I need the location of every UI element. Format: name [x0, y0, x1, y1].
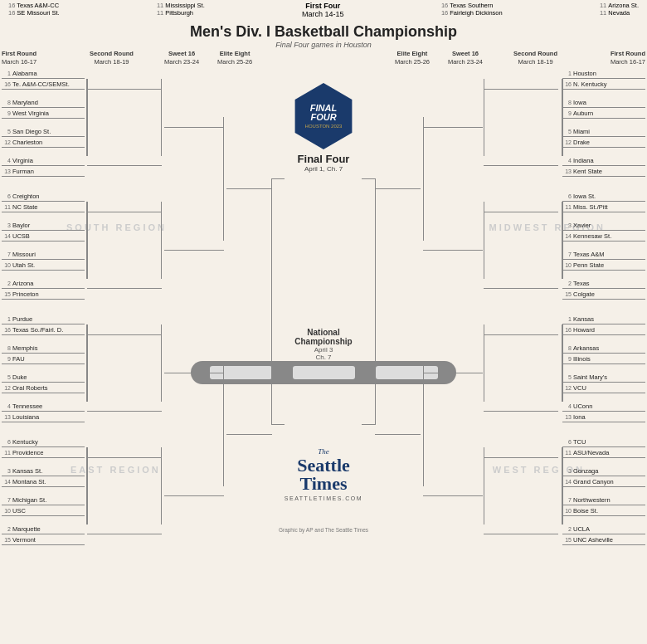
south-r1-6a: 3Baylor [2, 220, 85, 231]
ff-center-right: 16Texas Southern 16Fairleigh Dickinson [441, 2, 503, 17]
south-hconn-r2-1 [86, 79, 88, 156]
west-r1-7a: 7Northwestern [562, 495, 645, 505]
west-e8 [375, 424, 421, 435]
first-four-label: First Four March 14-15 [302, 2, 344, 18]
right-e8-hconn-top [362, 178, 376, 179]
rh-right-second: Second RoundMarch 18-19 [513, 50, 557, 66]
left-e8-hconn-top [271, 178, 285, 179]
west-s16-1 [423, 363, 483, 373]
ff-title-text: Final Four [249, 153, 398, 165]
mid-r2-3 [484, 202, 558, 212]
east-r1-8a: 2Marquette [2, 524, 85, 534]
national-championship-area: NationalChampionship April 3Ch. 7 [253, 328, 394, 361]
ff-seed-6: 16 [441, 9, 448, 17]
mid-hconn-1 [562, 79, 563, 156]
ff-name-1: Texas A&M-CC [17, 2, 59, 9]
east-e8 [226, 424, 272, 435]
ff-slot-2 [293, 366, 355, 379]
east-hconn-1 [86, 324, 88, 402]
east-r1-2b: 9FAU [2, 354, 85, 364]
east-hconn-2 [86, 447, 88, 524]
ff-team-5: 16Texas Southern [441, 2, 503, 9]
ff-name-4: Pittsburgh [165, 9, 193, 17]
ff-team-7: 11Arizona St. [600, 2, 639, 9]
mid-r2-4 [484, 278, 558, 289]
east-r2-2 [87, 401, 162, 412]
east-r2-3 [87, 447, 162, 458]
mid-r1-2b: 9Auburn [562, 108, 645, 119]
mid-s16-1 [423, 117, 483, 128]
west-vconn-1 [484, 324, 484, 402]
ff-dates: March 14-15 [302, 10, 344, 18]
mid-r1-3b: 12Drake [562, 137, 645, 148]
south-vline-r2-2 [161, 202, 162, 279]
south-r1-8a: 2Arizona [2, 278, 85, 289]
south-r1-1b: 16Te. A&M-CC/SEMSt. [2, 79, 85, 90]
east-r1-3b: 12Oral Roberts [2, 383, 85, 393]
east-r2-4 [87, 524, 162, 534]
west-r1-1b: 16Howard [562, 324, 645, 335]
ff-seed-1: 16 [8, 2, 15, 9]
mid-r1-3a: 5Miami [562, 126, 645, 137]
south-r1-5b: 11NC State [2, 202, 85, 212]
south-s16-1 [164, 117, 224, 128]
ff-seed-7: 11 [600, 2, 606, 9]
mid-vconn-2 [484, 202, 484, 279]
ff-right: 11Arizona St. 11Nevada [600, 2, 639, 17]
south-r1-8b: 15Princeton [2, 289, 85, 300]
left-e8-vconn [271, 178, 272, 425]
ff-name-8: Nevada [608, 9, 630, 17]
rh-right-first: First RoundMarch 16-17 [611, 50, 645, 66]
east-r1-6a: 3Kansas St. [2, 466, 85, 476]
east-r1-1b: 16Texas So./Fairl. D. [2, 324, 85, 335]
west-r1-2b: 9Illinois [562, 354, 645, 364]
mid-r1-4a: 4Indiana [562, 155, 645, 166]
west-r1-8b: 15UNC Asheville [562, 534, 645, 545]
ff-seed-4: 11 [157, 9, 163, 17]
title-section: Men's Div. I Basketball Championship Fin… [0, 23, 647, 49]
west-r1-6b: 14Grand Canyon [562, 476, 645, 487]
south-r1-6b: 14UCSB [2, 231, 85, 242]
ff-seed-8: 11 [600, 9, 606, 17]
east-r1-8b: 15Vermont [2, 534, 85, 545]
west-r1-5b: 11ASU/Nevada [562, 447, 645, 458]
ff-name-5: Texas Southern [450, 2, 493, 9]
east-r1-4a: 4Tennessee [2, 401, 85, 412]
west-r1-5a: 6TCU [562, 437, 645, 447]
ff-hex-city: HOUSTON 2023 [305, 124, 343, 129]
mid-vconn-s16 [423, 117, 424, 241]
mid-r1-4b: 13Kent State [562, 166, 645, 177]
mid-r1-8a: 2Texas [562, 278, 645, 289]
west-r2-1 [484, 324, 558, 335]
west-r2-2 [484, 401, 558, 412]
east-r1-2a: 8Memphis [2, 343, 85, 354]
mid-e8 [375, 178, 421, 189]
east-r1-5b: 11Providence [2, 447, 85, 458]
mid-r1-1a: 1Houston [562, 68, 645, 79]
south-r1-7a: 7Missouri [2, 249, 85, 260]
ff-team-1: 16Texas A&M-CC [8, 2, 60, 9]
ff-center-left: 11Mississippi St. 11Pittsburgh [157, 2, 205, 17]
east-r1-3a: 5Duke [2, 372, 85, 383]
rh-right-sweet16: Sweet 16March 23-24 [448, 50, 483, 66]
west-r1-4a: 4UConn [562, 401, 645, 412]
ff-team-8: 11Nevada [600, 9, 639, 17]
south-hconn-r2-2 [86, 202, 88, 279]
east-vconn-1 [161, 324, 162, 402]
ff-seed-3: 11 [157, 2, 163, 9]
main-title: Men's Div. I Basketball Championship [0, 23, 647, 41]
south-r1-7b: 10Utah St. [2, 260, 85, 271]
mid-r1-7b: 10Penn State [562, 260, 645, 271]
west-s16-2 [423, 485, 483, 496]
west-r1-4b: 13Iona [562, 412, 645, 422]
mid-r1-5a: 6Iowa St. [562, 191, 645, 202]
rh-left-first: First RoundMarch 16-17 [2, 50, 36, 66]
south-r2-2 [87, 155, 162, 166]
east-r2-1 [87, 324, 162, 335]
mid-r1-5b: 11Miss. St./Pitt [562, 202, 645, 212]
mid-r1-6a: 3Xavier [562, 220, 645, 231]
ff-seed-5: 16 [441, 2, 448, 9]
west-r2-3 [484, 447, 558, 458]
ff-team-3: 11Mississippi St. [157, 2, 205, 9]
mid-r1-6b: 14Kennesaw St. [562, 231, 645, 242]
